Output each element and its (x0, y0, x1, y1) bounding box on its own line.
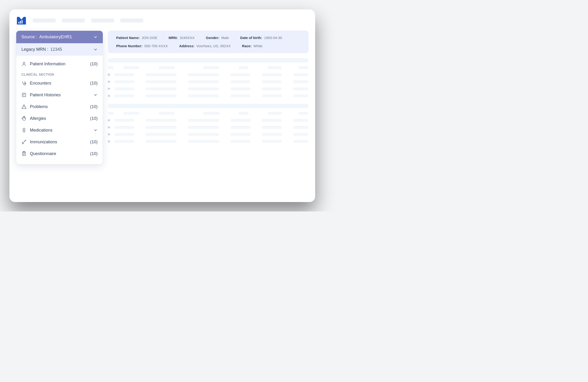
skeleton-pill (238, 66, 249, 69)
skeleton-pill (262, 119, 282, 122)
skeleton-pill (114, 133, 134, 136)
skeleton-pill (262, 140, 282, 143)
field-value: JON DOE (142, 36, 157, 40)
skeleton-pill (114, 80, 134, 83)
gender-field: Gender: Male (206, 36, 229, 40)
sidebar-item-allergies[interactable]: Allergies (10) (16, 113, 103, 124)
nav-placeholder (32, 18, 56, 22)
sidebar: Source : AmbulatoryEHR1 Legacy MRN : 123… (16, 31, 103, 164)
skeleton-pill (188, 126, 219, 129)
clipboard-icon (21, 151, 27, 156)
warning-icon (21, 104, 27, 109)
user-icon (21, 61, 27, 66)
nav-label: Patient Histories (30, 93, 90, 97)
sidebar-item-medications[interactable]: Medications (16, 124, 103, 136)
skeleton-pill (231, 87, 251, 90)
skeleton-pill (108, 66, 114, 69)
skeleton-bar (108, 58, 309, 62)
skeleton-pill (146, 140, 177, 143)
field-label: MRN: (169, 36, 178, 40)
skeleton-pill (262, 80, 282, 83)
skeleton-pill (231, 95, 251, 97)
skeleton-pill (188, 119, 219, 122)
chevron-down-icon (93, 93, 98, 97)
skeleton-pill (188, 80, 219, 83)
nav-count: (10) (90, 104, 98, 109)
svg-rect-1 (20, 21, 21, 24)
address-field: Address: Voorhees, US, 092XX (179, 44, 231, 48)
skeleton-pill (231, 119, 251, 122)
topbar (9, 9, 315, 28)
skeleton-pill (108, 112, 114, 115)
nav-label: Problems (30, 104, 87, 109)
sidebar-item-patient-histories[interactable]: Patient Histories (16, 89, 103, 101)
sidebar-item-immunizations[interactable]: Immunizations (10) (16, 136, 103, 148)
nav-label: Immunizations (30, 140, 87, 144)
sidebar-item-questionnaire[interactable]: Questionnaire (10) (16, 148, 103, 159)
skeleton-pill (188, 95, 219, 97)
skeleton-pill (238, 112, 249, 115)
skeleton-pill (159, 112, 175, 115)
nav-count: (10) (90, 81, 98, 86)
svg-rect-2 (22, 20, 22, 23)
skeleton-block-1 (108, 58, 309, 97)
field-label: Patient Name: (116, 36, 140, 40)
skeleton-dot (108, 119, 110, 121)
nav-count: (10) (90, 61, 98, 66)
skeleton-pill (146, 119, 177, 122)
skeleton-pill (267, 112, 282, 115)
skeleton-row (108, 73, 309, 76)
skeleton-pill (146, 126, 177, 129)
skeleton-dot (108, 74, 110, 76)
legacy-mrn-selector[interactable]: Legacy MRN : 12345 (16, 43, 103, 56)
chevron-down-icon (93, 47, 98, 52)
skeleton-pill (293, 119, 309, 122)
nav-count: (10) (90, 116, 98, 121)
skeleton-pill (146, 87, 177, 90)
svg-rect-0 (19, 22, 20, 24)
field-value: Male (221, 36, 229, 40)
field-value: Voorhees, US, 092XX (196, 44, 231, 48)
skeleton-pill (267, 66, 282, 69)
phone-field: Phone Number: 550-705-XXXX (116, 44, 168, 48)
patient-name-field: Patient Name: JON DOE (116, 36, 157, 40)
source-selector[interactable]: Source : AmbulatoryEHR1 (16, 31, 103, 43)
sidebar-item-patient-information[interactable]: Patient Information (10) (16, 58, 103, 70)
content-area: Source : AmbulatoryEHR1 Legacy MRN : 123… (9, 28, 315, 164)
skeleton-pill (146, 73, 177, 76)
mrn-field: MRN: 3245XXX (169, 36, 195, 40)
skeleton-header-row (108, 112, 309, 115)
skeleton-row (108, 140, 309, 143)
skeleton-row (108, 87, 309, 90)
field-label: Race: (242, 44, 252, 48)
skeleton-pill (231, 73, 251, 76)
skeleton-pill (293, 133, 309, 136)
skeleton-dot (108, 140, 110, 143)
skeleton-pill (293, 140, 309, 143)
skeleton-pill (123, 112, 140, 115)
skeleton-row (108, 80, 309, 83)
skeleton-pill (231, 80, 251, 83)
legacy-value: 12345 (50, 47, 62, 52)
skeleton-header-row (108, 66, 309, 69)
skeleton-pill (203, 66, 220, 69)
nav-label: Patient Information (30, 61, 87, 66)
skeleton-pill (188, 73, 219, 76)
skeleton-row (108, 126, 309, 129)
skeleton-pill (298, 66, 309, 69)
skeleton-pill (114, 126, 134, 129)
nav-count: (10) (90, 151, 98, 156)
stethoscope-icon (21, 81, 27, 86)
skeleton-pill (188, 140, 219, 143)
app-logo (16, 15, 27, 26)
main-panel: Patient Name: JON DOE MRN: 3245XXX Gende… (108, 31, 309, 164)
chevron-down-icon (93, 35, 98, 39)
sidebar-item-encounters[interactable]: Encounters (10) (16, 77, 103, 89)
skeleton-pill (114, 140, 134, 143)
nav-placeholder (120, 18, 144, 22)
nav-label: Medications (30, 128, 90, 133)
svg-point-4 (25, 83, 26, 84)
field-label: Gender: (206, 36, 219, 40)
sidebar-item-problems[interactable]: Problems (10) (16, 101, 103, 113)
skeleton-pill (262, 87, 282, 90)
